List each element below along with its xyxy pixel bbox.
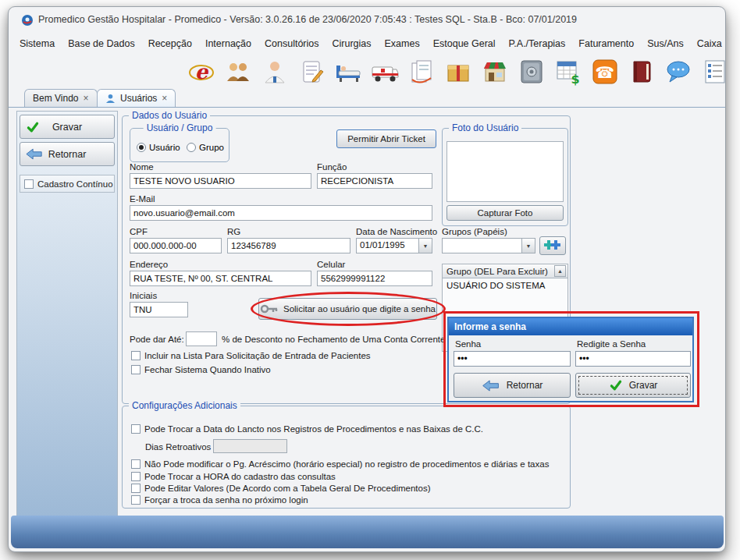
capturar-foto-button[interactable]: Capturar Foto: [446, 205, 564, 221]
dias-retroativos-input[interactable]: [213, 439, 287, 453]
documents-icon[interactable]: [407, 57, 436, 87]
redigite-senha-label: Redigite a Senha: [577, 339, 646, 349]
check-icon: [609, 379, 623, 392]
menu-caixa[interactable]: Caixa: [697, 38, 722, 49]
editar-valores-checkbox[interactable]: [131, 484, 141, 493]
forcar-troca-senha-checkbox[interactable]: [131, 495, 141, 505]
phone-icon[interactable]: ☎: [590, 57, 620, 87]
cadastro-continuo-checkbox[interactable]: [24, 179, 34, 189]
doctor-icon[interactable]: [260, 57, 290, 87]
fechar-sistema-checkbox-row[interactable]: Fechar Sistema Quando Inativo: [131, 365, 271, 374]
pg-acrescimo-checkbox[interactable]: [131, 459, 141, 469]
scroll-up-icon[interactable]: [554, 265, 566, 277]
senha-input[interactable]: [454, 351, 571, 367]
gravar-button[interactable]: Gravar: [20, 115, 115, 139]
menu-faturamento[interactable]: Faturamento: [578, 38, 634, 49]
cpf-label: CPF: [130, 227, 148, 236]
list-icon[interactable]: [700, 57, 726, 87]
trocar-hora-label: Pode Trocar a HORA do cadastro das consu…: [144, 472, 336, 481]
market-icon[interactable]: [480, 57, 510, 87]
data-nascimento-combo[interactable]: 01/01/1995: [356, 238, 432, 253]
menu-recepcao[interactable]: Recepção: [148, 38, 192, 49]
tab-close-icon[interactable]: ×: [162, 93, 167, 104]
solicitar-senha-button[interactable]: Solicitar ao usuário que digite a senha: [258, 298, 437, 320]
pg-acrescimo-checkbox-row[interactable]: Não Pode modificar o Pg. Acréscimo (horá…: [131, 459, 549, 469]
dialog-retornar-button[interactable]: Retornar: [454, 373, 571, 398]
sidebar: Gravar Retornar Cadastro Contínuo: [16, 111, 118, 516]
menu-consultorios[interactable]: Consultórios: [265, 38, 318, 49]
dias-retroativos-label: Dias Retroativos :: [145, 442, 216, 452]
list-item[interactable]: USUÁRIO DO SISTEMA: [443, 278, 567, 292]
grupo-list-header[interactable]: Grupo (DEL Para Excluir): [442, 264, 568, 278]
forcar-troca-senha-label: Forçar a troca da senha no próximo login: [144, 495, 308, 505]
menu-estoque-geral[interactable]: Estoque Geral: [433, 38, 496, 49]
add-group-button[interactable]: [539, 236, 566, 255]
cpf-input[interactable]: [130, 238, 222, 253]
informe-senha-dialog: Informe a senha Senha Redigite a Senha R…: [447, 317, 694, 402]
trocar-data-lancto-checkbox-row[interactable]: Pode Trocar a Data do Lancto nos Registr…: [131, 424, 483, 434]
back-arrow-icon: [482, 380, 500, 392]
menu-sus-ans[interactable]: Sus/Ans: [647, 38, 684, 49]
app-window: Promedico Gestão Hospitalar - Promedico …: [8, 6, 726, 552]
fechar-sistema-label: Fechar Sistema Quando Inativo: [144, 365, 271, 374]
funcao-input[interactable]: [317, 173, 432, 189]
forcar-troca-senha-checkbox-row[interactable]: Forçar a troca da senha no próximo login: [131, 495, 308, 505]
internment-bed-icon[interactable]: [333, 57, 363, 87]
menu-cirurgias[interactable]: Cirurgias: [333, 38, 372, 49]
desconto-input[interactable]: [186, 331, 217, 346]
radio-usuario[interactable]: [137, 143, 146, 152]
radio-usuario-row[interactable]: Usuário: [137, 143, 180, 152]
rg-label: RG: [227, 227, 240, 236]
configuracoes-adicionais-group: Configurações Adicionais: [122, 406, 571, 509]
iniciais-input[interactable]: [130, 302, 188, 317]
chat-icon[interactable]: [664, 57, 693, 87]
menu-sistema[interactable]: Sistema: [20, 38, 55, 49]
tab-close-icon[interactable]: ×: [83, 93, 88, 104]
chevron-down-icon[interactable]: [418, 239, 432, 253]
retornar-button[interactable]: Retornar: [20, 142, 115, 166]
radio-grupo-row[interactable]: Grupo: [187, 143, 224, 152]
tab-usuarios[interactable]: Usuários ×: [97, 89, 176, 107]
menu-exames[interactable]: Exames: [385, 38, 420, 49]
solicitar-senha-label: Solicitar ao usuário que digite a senha: [283, 304, 436, 314]
trocar-hora-checkbox-row[interactable]: Pode Trocar a HORA do cadastro das consu…: [131, 472, 336, 481]
grupos-papeis-combo[interactable]: [442, 238, 535, 253]
prescription-icon[interactable]: [297, 57, 326, 87]
usuario-grupo-group: Usuário / Grupo Usuário Grupo: [130, 128, 229, 162]
permitir-abrir-ticket-button[interactable]: Permitir Abrir Ticket: [336, 129, 436, 148]
safe-icon[interactable]: [517, 57, 546, 87]
fechar-sistema-checkbox[interactable]: [131, 365, 141, 374]
cadastro-continuo-checkbox-row[interactable]: Cadastro Contínuo: [20, 175, 115, 193]
radio-usuario-label: Usuário: [149, 143, 180, 152]
menu-pa-terapias[interactable]: P.A./Terapias: [509, 38, 566, 49]
stock-box-icon[interactable]: [443, 57, 473, 87]
incluir-lista-checkbox-row[interactable]: Incluir na Lista Para Solicitação de Ent…: [131, 351, 371, 360]
rg-input[interactable]: [227, 238, 350, 253]
permitir-abrir-ticket-label: Permitir Abrir Ticket: [347, 134, 425, 144]
book-icon[interactable]: [627, 57, 656, 87]
ambulance-icon[interactable]: [370, 57, 400, 87]
foto-usuario-group-title: Foto do Usuário: [449, 122, 521, 133]
endereco-input[interactable]: [130, 271, 311, 286]
schedule-finance-icon[interactable]: $: [553, 57, 583, 87]
trocar-hora-checkbox[interactable]: [131, 472, 141, 481]
menu-internacao[interactable]: Internação: [205, 38, 251, 49]
celular-input[interactable]: [317, 271, 432, 286]
trocar-data-lancto-label: Pode Trocar a Data do Lancto nos Registr…: [144, 424, 483, 434]
promedico-logo-icon[interactable]: e: [187, 57, 216, 87]
user-icon: [105, 94, 116, 104]
editar-valores-checkbox-row[interactable]: Pode Editar Valores (De Acordo com a Tab…: [131, 484, 430, 493]
nome-input[interactable]: [130, 173, 311, 189]
tab-bem-vindo[interactable]: Bem Vindo ×: [24, 89, 98, 107]
chevron-down-icon[interactable]: [521, 239, 535, 253]
incluir-lista-checkbox[interactable]: [131, 351, 141, 360]
pg-acrescimo-label: Não Pode modificar o Pg. Acréscimo (horá…: [144, 459, 549, 469]
trocar-data-lancto-checkbox[interactable]: [131, 424, 141, 434]
reception-icon[interactable]: [223, 57, 253, 87]
dialog-gravar-button[interactable]: Gravar: [575, 373, 691, 398]
redigite-senha-input[interactable]: [575, 351, 691, 367]
menu-base-de-dados[interactable]: Base de Dados: [68, 38, 134, 49]
cadastro-continuo-label: Cadastro Contínuo: [37, 179, 113, 189]
radio-grupo[interactable]: [187, 143, 196, 152]
email-input[interactable]: [130, 205, 432, 221]
